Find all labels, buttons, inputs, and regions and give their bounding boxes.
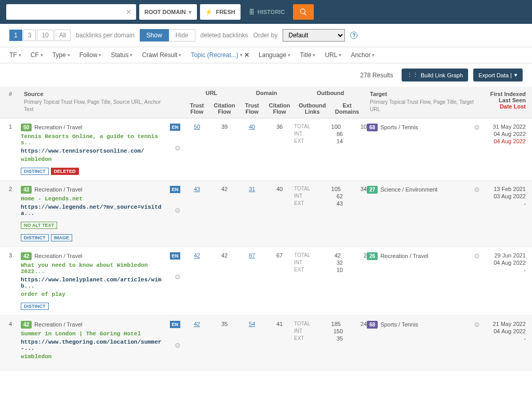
filter-cf[interactable]: CF ▾ bbox=[31, 51, 43, 59]
remove-filter-icon[interactable]: ✕ bbox=[244, 51, 249, 59]
bolt-icon: ⚡ bbox=[205, 9, 212, 16]
chevron-down-icon: ▾ bbox=[189, 9, 192, 16]
url-tf: 50 bbox=[184, 124, 210, 175]
last-seen: 04 Aug 2022 bbox=[480, 260, 526, 266]
lang-badge: EN bbox=[170, 124, 181, 131]
per-domain-1[interactable]: 1 bbox=[9, 30, 22, 41]
filter-language[interactable]: Language ▾ bbox=[259, 51, 290, 59]
col-domain: Domain bbox=[239, 87, 294, 99]
source-url[interactable]: https://www.legends.net/?mv_source=visit… bbox=[21, 204, 166, 216]
date-lost: - bbox=[480, 200, 526, 207]
search-input[interactable] bbox=[6, 4, 136, 20]
target-tf-badge: 26 bbox=[367, 252, 378, 260]
anchor-text: wimbledon bbox=[21, 156, 166, 162]
pill-noalt: NO ALT TEXT bbox=[21, 222, 57, 229]
target-cell: 26Recreation / Travel ⚙ bbox=[367, 252, 480, 310]
first-indexed: 21 May 2022 bbox=[480, 321, 526, 327]
filter-anchor[interactable]: Anchor ▾ bbox=[351, 51, 375, 59]
dom-tf: 40 bbox=[239, 124, 265, 175]
source-tf-badge: 42 bbox=[21, 321, 32, 329]
show-button[interactable]: Show bbox=[140, 29, 169, 42]
gear-icon[interactable]: ⚙ bbox=[474, 124, 480, 131]
filter-follow[interactable]: Follow ▾ bbox=[79, 51, 102, 59]
pill-image: IMAGE bbox=[51, 234, 73, 241]
outbound-cell: TOTAL10534 INT62 EXT43 bbox=[294, 186, 367, 241]
root-domain-select[interactable]: ROOT DOMAIN▾ bbox=[139, 4, 197, 20]
fresh-toggle[interactable]: ⚡FRESH bbox=[200, 4, 240, 20]
filter-topic[interactable]: Topic (Recreat...)▾ ✕ bbox=[191, 51, 249, 59]
col-target: Target Primary Topical Trust Flow, Page … bbox=[367, 87, 480, 118]
table-header: # Source Primary Topical Trust Flow, Pag… bbox=[0, 87, 532, 118]
source-topic: Recreation / Travel bbox=[34, 253, 82, 259]
filter-url[interactable]: URL ▾ bbox=[325, 51, 341, 59]
gear-icon[interactable]: ⚙ bbox=[474, 321, 480, 329]
source-topic: Recreation / Travel bbox=[34, 186, 82, 193]
col-ext-dom: Ext Domains bbox=[330, 99, 364, 118]
lang-badge: EN bbox=[170, 252, 181, 260]
source-url[interactable]: https://www.thegoring.com/location/summe… bbox=[21, 339, 166, 351]
filter-type[interactable]: Type ▾ bbox=[52, 51, 70, 59]
url-tf: 43 bbox=[184, 186, 210, 241]
source-title[interactable]: What you need to know about Wimbledon 20… bbox=[21, 262, 166, 275]
archive-icon: 🗄 bbox=[249, 9, 255, 15]
table-row: 1 50Recreation / Travel Tennis Resorts O… bbox=[0, 118, 532, 181]
col-url-cf: Citation Flow bbox=[210, 99, 239, 118]
source-url[interactable]: https://www.lonelyplanet.com/articles/wi… bbox=[21, 277, 166, 289]
export-data-button[interactable]: Export Data |▾ bbox=[473, 69, 523, 81]
source-cell: 42Recreation / Travel Summer in London |… bbox=[21, 321, 166, 365]
per-domain-All[interactable]: All bbox=[55, 30, 71, 41]
target-cell: 27Science / Environment ⚙ bbox=[367, 186, 480, 241]
target-tf-badge: 68 bbox=[367, 124, 378, 131]
url-tf: 42 bbox=[184, 252, 210, 310]
dom-cf: 36 bbox=[265, 124, 294, 175]
source-url[interactable]: https://www.tennisresortsonline.com/ bbox=[21, 148, 166, 154]
url-cf: 35 bbox=[210, 321, 239, 365]
source-title[interactable]: Tennis Resorts Online, a guide to tennis… bbox=[21, 133, 166, 146]
dates-cell: 29 Jun 2021 04 Aug 2022 - bbox=[480, 252, 532, 310]
historic-toggle[interactable]: 🗄HISTORIC bbox=[244, 4, 290, 20]
order-select[interactable]: Default bbox=[283, 29, 345, 42]
search-button[interactable] bbox=[293, 4, 314, 20]
first-indexed: 29 Jun 2021 bbox=[480, 252, 526, 259]
gear-icon[interactable]: ⚙ bbox=[175, 342, 181, 349]
col-index: # bbox=[0, 87, 21, 118]
url-cf: 39 bbox=[210, 124, 239, 175]
first-indexed: 13 Feb 2021 bbox=[480, 186, 526, 192]
help-icon[interactable]: ? bbox=[350, 32, 357, 39]
build-link-graph-button[interactable]: ⋮⋮Build Link Graph bbox=[402, 69, 468, 81]
filter-title[interactable]: Title ▾ bbox=[300, 51, 315, 59]
gear-icon[interactable]: ⚙ bbox=[175, 273, 181, 281]
pill-deleted: DELETED bbox=[51, 168, 79, 175]
per-domain-label: backlinks per domain bbox=[76, 32, 135, 39]
filter-tf[interactable]: TF ▾ bbox=[9, 51, 21, 59]
source-title[interactable]: Summer in London | The Goring Hotel bbox=[21, 331, 166, 337]
col-out-links: Outbound Links bbox=[294, 99, 330, 118]
col-outbound: Outbound bbox=[294, 87, 367, 99]
col-url: URL bbox=[184, 87, 239, 99]
col-dom-cf: Citation Flow bbox=[265, 99, 294, 118]
gear-icon[interactable]: ⚙ bbox=[175, 144, 181, 152]
source-title[interactable]: Home - Legends.net bbox=[21, 196, 166, 202]
order-by-label: Order by bbox=[254, 32, 278, 39]
search-icon bbox=[299, 8, 308, 16]
per-domain-10[interactable]: 10 bbox=[37, 30, 53, 41]
target-topic: Science / Environment bbox=[380, 186, 437, 193]
dom-tf: 31 bbox=[239, 186, 265, 241]
filter-crawl-result[interactable]: Crawl Result ▾ bbox=[142, 51, 181, 59]
row-index: 3 bbox=[0, 252, 21, 310]
anchor-text: order of play bbox=[21, 291, 166, 297]
dom-tf: 54 bbox=[239, 321, 265, 365]
filter-status[interactable]: Status ▾ bbox=[111, 51, 132, 59]
gear-icon[interactable]: ⚙ bbox=[474, 252, 480, 260]
source-tf-badge: 43 bbox=[21, 186, 32, 194]
url-cf: 42 bbox=[210, 186, 239, 241]
lang-badge: EN bbox=[170, 321, 181, 328]
row-index: 4 bbox=[0, 321, 21, 365]
source-cell: 50Recreation / Travel Tennis Resorts Onl… bbox=[21, 124, 166, 175]
per-domain-3[interactable]: 3 bbox=[23, 30, 36, 41]
lang-badge: EN bbox=[170, 186, 181, 193]
gear-icon[interactable]: ⚙ bbox=[474, 186, 480, 194]
hide-button[interactable]: Hide bbox=[169, 29, 195, 42]
gear-icon[interactable]: ⚙ bbox=[175, 207, 181, 214]
clear-icon[interactable]: ✕ bbox=[126, 8, 132, 16]
